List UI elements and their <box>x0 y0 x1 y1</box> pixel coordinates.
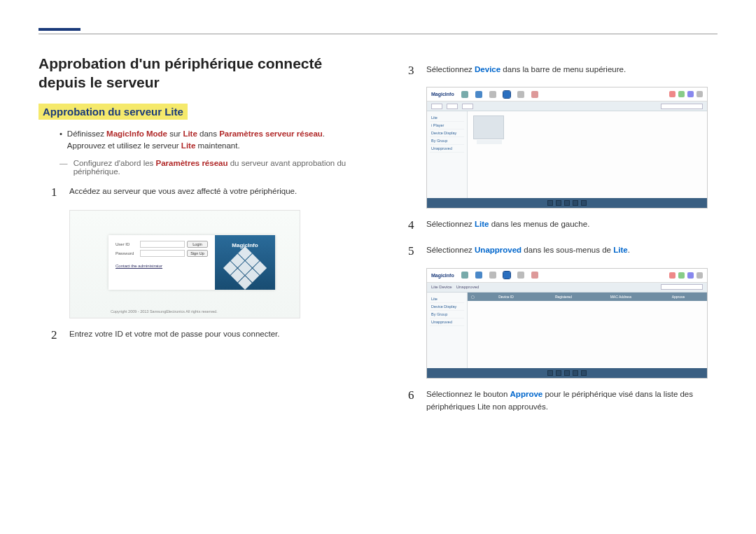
pager <box>427 198 707 208</box>
sidebar-item: By Group <box>430 137 464 145</box>
nav-icon <box>517 91 524 98</box>
text: Définissez <box>67 129 106 138</box>
sidebar-item: Unapproved <box>430 318 464 326</box>
sidebar-item: By Group <box>430 311 464 318</box>
horizontal-rule <box>38 34 718 34</box>
nav-icon <box>475 91 482 98</box>
col-approve: Approve <box>650 295 707 299</box>
nav-icon <box>489 91 496 98</box>
user-icon <box>669 91 676 97</box>
brand-diamond-graphic <box>223 246 267 290</box>
step-number: 3 <box>408 61 426 80</box>
page-title: Approbation d'un périphérique connecté d… <box>38 54 360 92</box>
nav-icon-device-selected <box>503 272 510 279</box>
section-subheading: Approbation du serveur Lite <box>38 104 188 120</box>
contact-admin-link: Contact the administrator <box>115 264 208 268</box>
user-icon <box>669 272 676 279</box>
text: Sélectionnez le bouton <box>426 390 510 398</box>
emphasis: Lite <box>613 246 627 254</box>
col-registered: Registered <box>535 295 592 299</box>
input-password <box>140 250 185 257</box>
step-number: 4 <box>408 216 426 234</box>
bullet-dot: • <box>59 128 67 153</box>
input-userid <box>140 241 185 248</box>
emphasis: Paramètres réseau <box>156 159 228 167</box>
text: Sélectionnez <box>426 246 475 254</box>
text: dans la barre de menu supérieure. <box>500 65 626 73</box>
accent-bar <box>38 28 80 31</box>
right-column: 3 Sélectionnez Device dans la barre de m… <box>396 54 718 420</box>
nav-icon <box>461 91 468 98</box>
text: sur <box>167 129 183 138</box>
nav-icon <box>475 272 482 279</box>
screenshot-unapproved: MagicInfo Lite Device <box>426 268 708 379</box>
text: Sélectionnez <box>426 220 475 228</box>
step-6: 6 Sélectionnez le bouton Approve pour le… <box>408 386 718 414</box>
search-box <box>661 284 703 290</box>
col-mac: MAC Address <box>592 295 650 299</box>
text: . <box>628 246 630 254</box>
emphasis: Device <box>475 65 500 73</box>
step-number: 2 <box>51 325 69 344</box>
step-text: Entrez votre ID et votre mot de passe po… <box>69 325 360 344</box>
tab-lite-device: Lite Device <box>431 285 452 289</box>
bullet-item: • Définissez MagicInfo Mode sur Lite dan… <box>59 128 360 153</box>
nav-icon <box>461 272 468 279</box>
step-text: Accédez au serveur que vous avez affecté… <box>69 183 360 202</box>
user-icon <box>687 272 694 279</box>
label-userid: User ID <box>115 242 138 246</box>
left-column: Approbation d'un périphérique connecté d… <box>38 54 360 420</box>
user-icon <box>696 272 703 279</box>
screenshot-login: User ID Login Password Sign Up Contact t… <box>69 210 300 318</box>
emphasis: Lite <box>181 141 195 150</box>
step-text: Sélectionnez le bouton Approve pour le p… <box>426 386 718 414</box>
text: Sélectionnez <box>426 65 475 73</box>
text: dans les menus de gauche. <box>489 220 590 228</box>
step-5: 5 Sélectionnez Unapproved dans les sous-… <box>408 241 718 260</box>
step-2: 2 Entrez votre ID et votre mot de passe … <box>51 325 360 344</box>
nav-icon-device-selected <box>503 91 510 98</box>
sidebar: Lite Device Display By Group Unapproved <box>427 293 468 368</box>
sidebar-item: i Player <box>430 122 464 129</box>
col-device-id: Device ID <box>477 295 535 299</box>
emphasis: MagicInfo Mode <box>106 129 167 138</box>
app-brand: MagicInfo <box>431 92 454 97</box>
emphasis: Lite <box>475 220 489 228</box>
sidebar-item: Lite <box>430 295 464 303</box>
dash-note: ― Configurez d'abord les Paramètres rése… <box>59 159 360 176</box>
text: maintenant. <box>195 141 239 150</box>
tab-unapproved: Unapproved <box>456 285 479 289</box>
step-number: 6 <box>408 386 426 414</box>
login-button: Login <box>187 241 208 248</box>
step-3: 3 Sélectionnez Device dans la barre de m… <box>408 61 718 80</box>
text: dans les sous-menus de <box>522 246 613 254</box>
step-number: 1 <box>51 183 69 202</box>
emphasis: Lite <box>183 129 197 138</box>
emphasis: Approve <box>510 390 543 398</box>
pager <box>427 368 707 378</box>
step-number: 5 <box>408 241 426 260</box>
nav-icon <box>489 272 496 279</box>
step-text: Sélectionnez Device dans la barre de men… <box>426 61 718 80</box>
sidebar-item: Lite <box>430 114 464 122</box>
screenshot-device: MagicInfo <box>426 87 708 209</box>
device-thumbnail <box>473 115 504 139</box>
text: dans <box>197 129 219 138</box>
user-icon <box>696 91 703 97</box>
col-checkbox: ▢ <box>468 295 477 299</box>
label-password: Password <box>115 251 138 255</box>
nav-icon <box>531 272 538 279</box>
step-4: 4 Sélectionnez Lite dans les menus de ga… <box>408 216 718 234</box>
emphasis: Unapproved <box>475 246 522 254</box>
step-1: 1 Accédez au serveur que vous avez affec… <box>51 183 360 202</box>
user-icon <box>678 91 685 97</box>
search-box <box>661 104 703 109</box>
sidebar-item: Unapproved <box>430 145 464 153</box>
user-icon <box>678 272 685 279</box>
copyright: Copyright 2009 - 2013 SamsungElectronics… <box>111 309 218 314</box>
step-text: Sélectionnez Unapproved dans les sous-me… <box>426 241 718 260</box>
nav-icon <box>517 272 524 279</box>
dash: ― <box>59 159 74 176</box>
emphasis: Paramètres serveur réseau <box>219 129 323 138</box>
sidebar-item: Device Display <box>430 303 464 311</box>
